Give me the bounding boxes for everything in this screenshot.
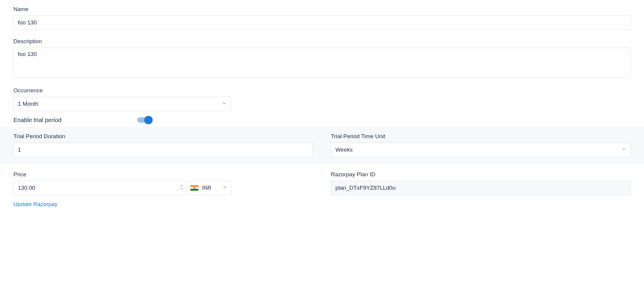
enable-trial-toggle[interactable] [137,116,153,124]
description-field-block: Description foo 130 [13,38,631,79]
price-plan-row: Price [13,171,631,208]
occurrence-field-block: Occurrence 1 Month [13,87,631,111]
enable-trial-row: Enable trial period [13,116,631,124]
occurrence-value: 1 Month [13,97,231,111]
razorpay-plan-block: Razorpay Plan ID plan_DTxF9YZ87LLd0u [331,171,631,208]
india-flag-icon [190,185,199,191]
plan-form: Name Description foo 130 Occurrence 1 Mo… [0,0,644,214]
name-label: Name [13,6,631,13]
name-input[interactable] [13,15,631,30]
razorpay-plan-id: plan_DTxF9YZ87LLd0u [331,181,631,195]
occurrence-label: Occurrence [13,87,631,94]
razorpay-plan-label: Razorpay Plan ID [331,171,631,178]
price-block: Price [13,171,313,208]
trial-duration-label: Trial Period Duration [13,133,313,140]
name-field-block: Name [13,6,631,30]
description-label: Description [13,38,631,45]
enable-trial-label: Enable trial period [13,117,137,124]
price-row: INR [13,181,313,195]
trial-unit-select[interactable]: Weeks [331,143,631,157]
trial-unit-label: Trial Period Time Unit [331,133,631,140]
trial-duration-block: Trial Period Duration [13,133,313,157]
price-input-wrap [13,181,186,195]
trial-section: Trial Period Duration Trial Period Time … [0,127,644,164]
occurrence-select[interactable]: 1 Month [13,97,231,111]
trial-duration-input[interactable] [13,143,313,157]
price-label: Price [13,171,313,178]
trial-unit-block: Trial Period Time Unit Weeks [331,133,631,157]
trial-unit-value: Weeks [331,143,631,157]
price-input[interactable] [13,181,186,195]
currency-select[interactable]: INR [186,181,232,195]
chevron-down-icon [222,185,227,191]
description-textarea[interactable]: foo 130 [13,48,631,77]
toggle-thumb [144,116,153,124]
update-razorpay-link[interactable]: Update Razorpay [13,201,58,208]
currency-code: INR [202,185,211,191]
